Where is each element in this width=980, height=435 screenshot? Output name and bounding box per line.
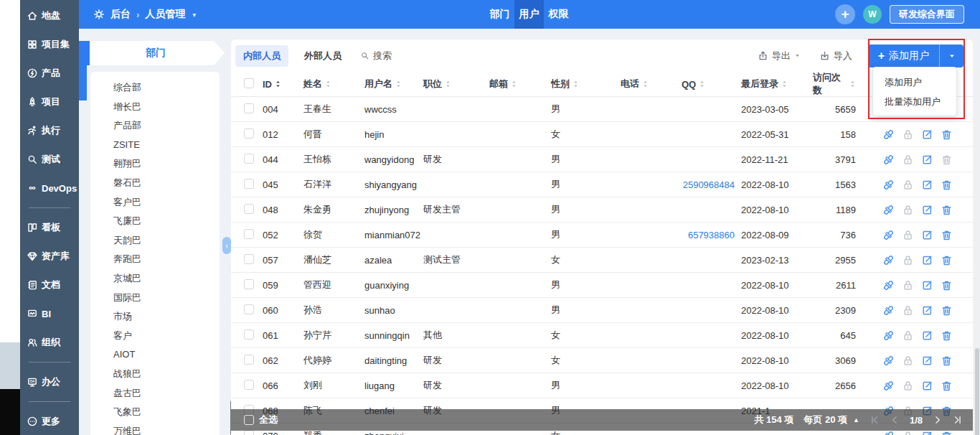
sidebar-item-项目[interactable]: 项目 xyxy=(20,88,79,116)
sidebar-item-执行[interactable]: 执行 xyxy=(20,116,79,145)
unlink-icon[interactable] xyxy=(882,179,895,191)
dept-item[interactable]: 万维巴 xyxy=(90,422,220,435)
lock-icon[interactable] xyxy=(902,254,914,266)
sort-icon[interactable] xyxy=(573,80,579,88)
dept-item[interactable]: 客户巴 xyxy=(90,193,220,212)
row-checkbox[interactable] xyxy=(244,154,254,164)
sort-icon[interactable] xyxy=(445,80,451,88)
sort-icon[interactable] xyxy=(325,80,331,88)
edit-icon[interactable] xyxy=(921,380,933,392)
select-all-checkbox[interactable] xyxy=(244,415,254,425)
dept-item[interactable]: 天韵巴 xyxy=(90,231,220,251)
vertical-app-tab[interactable] xyxy=(79,41,87,100)
qq-link[interactable]: 2590968484 xyxy=(683,179,735,190)
row-checkbox[interactable] xyxy=(244,279,254,289)
row-checkbox[interactable] xyxy=(244,103,254,113)
sidebar-item-项目集[interactable]: 项目集 xyxy=(20,30,79,59)
select-all-header-checkbox[interactable] xyxy=(244,78,254,88)
dept-item[interactable]: 磐石巴 xyxy=(90,174,220,193)
sort-icon[interactable] xyxy=(699,80,705,88)
lock-icon[interactable] xyxy=(902,279,914,291)
edit-icon[interactable] xyxy=(921,179,933,191)
column-header-qq[interactable]: QQ xyxy=(682,79,735,90)
dept-item[interactable]: 产品部 xyxy=(90,116,220,136)
row-checkbox[interactable] xyxy=(244,204,254,214)
trash-icon[interactable] xyxy=(941,204,953,216)
next-page-button[interactable] xyxy=(933,415,943,425)
dept-item[interactable]: 飞廉巴 xyxy=(90,212,220,231)
sidebar-item-产品[interactable]: 产品 xyxy=(20,59,79,88)
menu-item-batch-add-user[interactable]: 批量添加用户 xyxy=(873,92,956,111)
edit-icon[interactable] xyxy=(921,229,933,241)
unlink-icon[interactable] xyxy=(882,254,895,266)
lock-icon[interactable] xyxy=(902,128,914,141)
row-checkbox[interactable] xyxy=(244,254,254,264)
breadcrumb-section[interactable]: 人员管理 xyxy=(145,8,185,21)
tab-external-users[interactable]: 外部人员 xyxy=(304,50,341,62)
trash-icon[interactable] xyxy=(941,380,953,392)
topbar-tab-用户[interactable]: 用户 xyxy=(514,0,544,29)
sidebar-item-更多[interactable]: 更多 xyxy=(20,407,79,435)
menu-item-add-user[interactable]: 添加用户 xyxy=(873,72,956,92)
column-header-mail[interactable]: 邮箱 xyxy=(489,78,551,90)
search-tab[interactable]: 搜索 xyxy=(360,50,392,62)
lock-icon[interactable] xyxy=(902,229,914,241)
edit-icon[interactable] xyxy=(921,204,933,216)
lock-icon[interactable] xyxy=(902,380,914,392)
column-header-phone[interactable]: 电话 xyxy=(621,78,682,90)
dept-item[interactable]: 国际巴 xyxy=(90,289,220,308)
sidebar-item-文档[interactable]: 文档 xyxy=(20,271,79,299)
lock-icon[interactable] xyxy=(902,179,914,191)
sidebar-item-资产库[interactable]: 资产库 xyxy=(20,242,79,271)
topbar-tab-权限[interactable]: 权限 xyxy=(544,0,573,29)
last-page-button[interactable] xyxy=(953,415,963,425)
row-checkbox[interactable] xyxy=(244,304,254,314)
add-app-button[interactable]: + xyxy=(835,4,855,24)
dept-item[interactable]: 翱翔巴 xyxy=(90,154,220,174)
trash-icon[interactable] xyxy=(941,154,953,166)
sort-icon[interactable] xyxy=(849,80,856,88)
sort-icon[interactable] xyxy=(511,80,517,88)
edit-icon[interactable] xyxy=(921,279,933,291)
sidebar-item-办公[interactable]: OA办公 xyxy=(20,368,79,396)
row-checkbox[interactable] xyxy=(244,355,254,365)
dept-item[interactable]: AIOT xyxy=(90,345,220,365)
dept-item[interactable]: 奔跑巴 xyxy=(90,250,220,269)
sort-icon[interactable] xyxy=(781,80,788,88)
column-header-user[interactable]: 用户名 xyxy=(364,78,423,90)
sort-icon[interactable] xyxy=(395,80,402,88)
export-button[interactable]: 导出 xyxy=(758,50,801,62)
dept-item[interactable]: 客户 xyxy=(90,327,220,346)
trash-icon[interactable] xyxy=(941,329,953,342)
edit-icon[interactable] xyxy=(921,304,933,317)
column-header-visits[interactable]: 访问次数 xyxy=(813,71,860,97)
lock-icon[interactable] xyxy=(902,204,914,216)
dept-item[interactable]: ZSITE xyxy=(90,136,220,155)
row-checkbox[interactable] xyxy=(244,179,254,189)
unlink-icon[interactable] xyxy=(882,304,895,317)
edit-icon[interactable] xyxy=(921,329,933,342)
edit-icon[interactable] xyxy=(921,128,933,141)
lock-icon[interactable] xyxy=(902,355,914,367)
dept-item[interactable]: 飞象巴 xyxy=(90,403,220,422)
unlink-icon[interactable] xyxy=(882,279,895,291)
dept-item[interactable]: 盘古巴 xyxy=(90,384,220,403)
unlink-icon[interactable] xyxy=(882,229,895,241)
trash-icon[interactable] xyxy=(941,254,953,266)
row-checkbox[interactable] xyxy=(244,329,254,340)
unlink-icon[interactable] xyxy=(882,204,895,216)
column-header-title[interactable]: 职位 xyxy=(423,78,489,90)
lock-icon[interactable] xyxy=(902,329,914,342)
per-page[interactable]: 每页 20 项 xyxy=(804,413,847,426)
row-checkbox[interactable] xyxy=(244,229,254,239)
prev-page-button[interactable] xyxy=(890,415,900,425)
column-header-gender[interactable]: 性别 xyxy=(551,78,621,90)
edit-icon[interactable] xyxy=(921,254,933,266)
sidebar-item-DevOps[interactable]: DevOps xyxy=(20,174,79,202)
unlink-icon[interactable] xyxy=(882,380,895,392)
dept-item[interactable]: 京城巴 xyxy=(90,269,220,289)
sort-icon[interactable] xyxy=(275,80,281,88)
sidebar-item-组织[interactable]: 组织 xyxy=(20,328,79,357)
trash-icon[interactable] xyxy=(941,304,953,317)
unlink-icon[interactable] xyxy=(882,355,895,367)
